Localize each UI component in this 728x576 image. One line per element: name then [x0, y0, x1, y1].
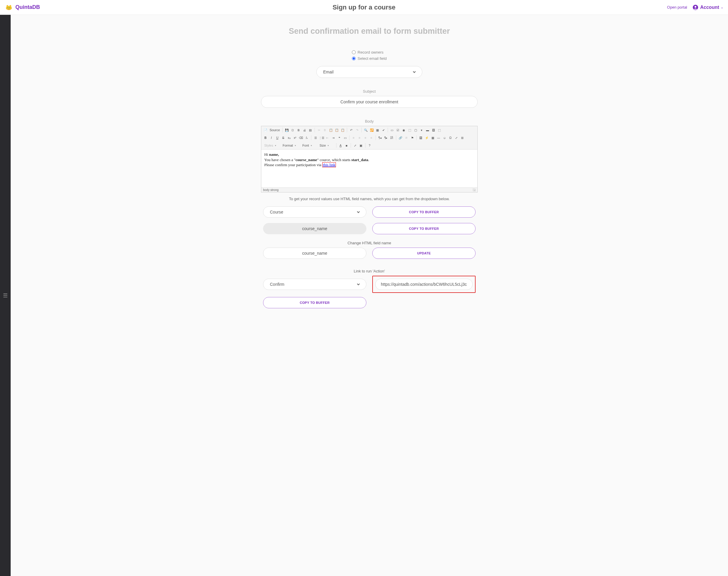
radio-email-field[interactable]: Select email field — [352, 56, 387, 61]
hr-icon[interactable]: — — [436, 135, 441, 140]
rename-input[interactable] — [269, 251, 361, 256]
align-justify-icon[interactable]: ≡ — [369, 135, 374, 140]
align-center-icon[interactable]: ≡ — [357, 135, 362, 140]
align-right-icon[interactable]: ≡ — [363, 135, 368, 140]
language-icon[interactable]: 語 — [389, 135, 394, 140]
new-page-icon[interactable]: 🗋 — [290, 127, 295, 133]
show-blocks-icon[interactable]: ▣ — [358, 143, 364, 148]
copy-icon[interactable]: ⎘ — [322, 127, 328, 133]
hidden-field-icon[interactable]: ⬚ — [437, 127, 442, 133]
font-dropdown[interactable]: Font — [301, 143, 315, 148]
field-picker-select-wrap[interactable]: Course — [263, 206, 366, 218]
radio-icon[interactable]: ◉ — [401, 127, 406, 133]
subscript-icon[interactable]: x₂ — [286, 135, 292, 140]
special-char-icon[interactable]: Ω — [448, 135, 453, 140]
email-field-select[interactable]: Email — [322, 69, 417, 75]
format-dropdown[interactable]: Format — [281, 143, 298, 148]
outdent-icon[interactable]: ⇤ — [325, 135, 330, 140]
bg-color-icon[interactable]: ■ — [344, 143, 349, 148]
textarea-icon[interactable]: ▢ — [413, 127, 419, 133]
copy-action-url-button[interactable]: COPY TO BUFFER — [263, 297, 366, 308]
copy-action-row: COPY TO BUFFER — [263, 297, 476, 308]
save-icon[interactable]: 💾 — [284, 127, 290, 133]
rename-input-wrap[interactable] — [263, 248, 366, 259]
bold-icon[interactable]: B — [263, 135, 268, 140]
form-icon[interactable]: ▭ — [390, 127, 395, 133]
paste-text-icon[interactable]: 📋 — [334, 127, 339, 133]
checkbox-icon[interactable]: ☑ — [395, 127, 401, 133]
text-color-icon[interactable]: A — [338, 143, 343, 148]
print-icon[interactable]: 🖨 — [302, 127, 307, 133]
action-select-wrap[interactable]: Confirm — [263, 279, 366, 290]
superscript-icon[interactable]: x² — [293, 135, 298, 140]
align-left-icon[interactable]: ≡ — [351, 135, 356, 140]
radio-record-owners-input[interactable] — [352, 50, 356, 54]
hamburger-icon[interactable]: ☰ — [3, 292, 8, 299]
unlink-icon[interactable]: ⧄ — [404, 135, 409, 140]
action-select[interactable]: Confirm — [269, 282, 361, 287]
underline-icon[interactable]: U — [275, 135, 280, 140]
undo-icon[interactable]: ↶ — [348, 127, 354, 133]
editor-body[interactable]: Hi name, You have chosen a "course_name"… — [261, 149, 477, 188]
italic-icon[interactable]: I — [269, 135, 274, 140]
flash-icon[interactable]: ⚡ — [424, 135, 429, 140]
resize-handle[interactable] — [473, 189, 476, 191]
find-icon[interactable]: 🔍 — [363, 127, 368, 133]
copy-field-button[interactable]: COPY TO BUFFER — [372, 206, 476, 218]
redo-icon[interactable]: ↷ — [355, 127, 360, 133]
email-field-select-wrap[interactable]: Email — [316, 66, 422, 78]
preview-icon[interactable]: 🗎 — [296, 127, 301, 133]
remove-format-icon[interactable]: ⌫ — [298, 135, 304, 140]
ltr-icon[interactable]: ¶◂ — [377, 135, 383, 140]
spellcheck-icon[interactable]: ✔ — [381, 127, 386, 133]
radio-record-owners[interactable]: Record owners — [352, 50, 387, 55]
size-dropdown[interactable]: Size — [318, 143, 333, 148]
page-break-icon[interactable]: ⤢ — [454, 135, 459, 140]
paste-icon[interactable]: 📋 — [328, 127, 334, 133]
update-button[interactable]: UPDATE — [372, 248, 476, 259]
svg-point-3 — [8, 7, 8, 8]
action-url-wrap[interactable] — [375, 279, 473, 290]
indent-icon[interactable]: ⇥ — [331, 135, 336, 140]
copy-format-icon[interactable]: Iₓ — [304, 135, 309, 140]
page-title: Sign up for a course — [333, 4, 396, 11]
blockquote-icon[interactable]: ❝ — [336, 135, 342, 140]
source-button[interactable]: Source — [268, 127, 281, 133]
copy-field-name-button[interactable]: COPY TO BUFFER — [372, 223, 476, 234]
paste-word-icon[interactable]: 📋 — [340, 127, 345, 133]
button-icon[interactable]: ▬ — [425, 127, 430, 133]
svg-point-6 — [695, 6, 696, 8]
select-all-icon[interactable]: ▦ — [375, 127, 380, 133]
maximize-icon[interactable]: ⤢ — [353, 143, 358, 148]
action-url-highlight — [372, 276, 476, 293]
account-menu[interactable]: Account ⌄ — [693, 4, 723, 10]
iframe-icon[interactable]: ⊞ — [460, 135, 465, 140]
source-icon[interactable]: 📄 — [263, 127, 268, 133]
field-picker-select[interactable]: Course — [269, 209, 361, 215]
rtl-icon[interactable]: ¶▸ — [383, 135, 389, 140]
body-this-link[interactable]: this link — [322, 162, 336, 167]
div-icon[interactable]: ▭ — [342, 135, 348, 140]
anchor-icon[interactable]: ⚑ — [410, 135, 415, 140]
brand-name[interactable]: QuintaDB — [16, 4, 40, 10]
textfield-icon[interactable]: ⬚ — [407, 127, 413, 133]
bullet-list-icon[interactable]: ⋮☰ — [319, 135, 324, 140]
open-portal-link[interactable]: Open portal — [667, 5, 687, 9]
numbered-list-icon[interactable]: ☰ — [313, 135, 318, 140]
styles-dropdown[interactable]: Styles — [263, 143, 278, 148]
link-icon[interactable]: 🔗 — [398, 135, 403, 140]
cut-icon[interactable]: ✂ — [316, 127, 322, 133]
templates-icon[interactable]: ▤ — [308, 127, 313, 133]
strike-icon[interactable]: S — [280, 135, 286, 140]
select-icon[interactable]: ▾ — [419, 127, 424, 133]
radio-email-field-input[interactable] — [352, 57, 356, 60]
smiley-icon[interactable]: ☺ — [442, 135, 447, 140]
subject-input[interactable] — [267, 99, 472, 104]
about-icon[interactable]: ? — [367, 143, 372, 148]
action-url-input[interactable] — [381, 282, 467, 287]
table-icon[interactable]: ▦ — [430, 135, 435, 140]
subject-input-wrap[interactable] — [261, 96, 478, 108]
replace-icon[interactable]: 🔁 — [369, 127, 374, 133]
image-button-icon[interactable]: 🖼 — [431, 127, 436, 133]
image-icon[interactable]: 🖼 — [418, 135, 423, 140]
